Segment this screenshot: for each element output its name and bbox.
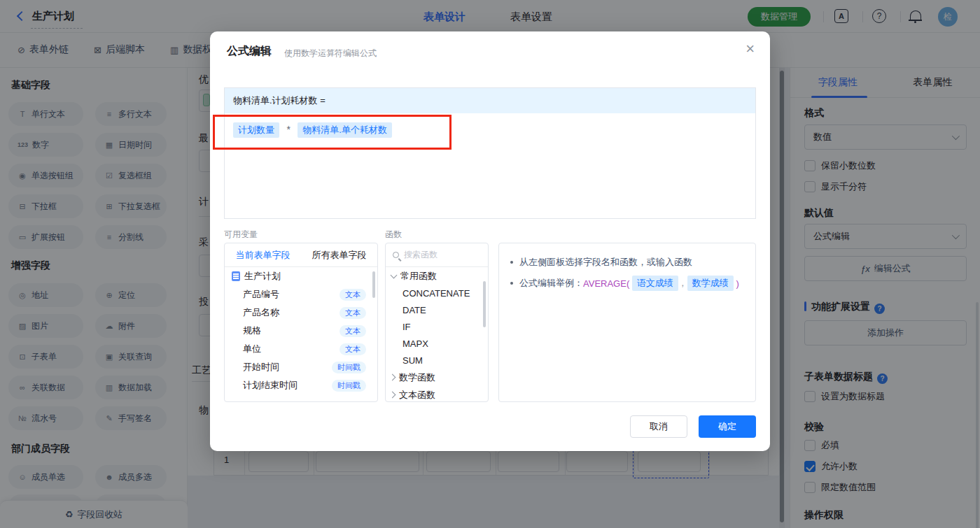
- formula-target: 物料清单.计划耗材数 =: [225, 88, 755, 113]
- form-doc-icon: [232, 271, 240, 281]
- functions-label: 函数: [385, 229, 402, 241]
- function-search[interactable]: 搜索函数: [386, 243, 488, 267]
- bullet-icon: [510, 282, 513, 285]
- type-badge: 时间戳: [332, 380, 366, 392]
- tree-root-form[interactable]: 生产计划: [225, 267, 377, 285]
- dialog-title: 公式编辑: [227, 44, 272, 59]
- type-badge: 文本: [340, 289, 366, 301]
- cancel-button[interactable]: 取消: [630, 415, 687, 438]
- variables-panel: 当前表单字段 所有表单字段 生产计划 产品编号文本 产品名称文本 规格文本 单位…: [224, 243, 378, 402]
- red-annotation-box: [213, 115, 451, 150]
- variables-label: 可用变量: [224, 229, 258, 241]
- function-item[interactable]: IF: [386, 318, 488, 335]
- scrollbar-thumb[interactable]: [483, 281, 486, 327]
- variables-tabs: 当前表单字段 所有表单字段: [225, 243, 377, 267]
- formula-editor-dialog: 公式编辑 使用数学运算符编辑公式 × 物料清单.计划耗材数 = 计划数量 * 物…: [210, 31, 770, 451]
- type-badge: 文本: [340, 343, 366, 355]
- help-panel: 从左侧面板选择字段名和函数，或输入函数 公式编辑举例： AVERAGE( 语文成…: [498, 243, 756, 402]
- variable-item[interactable]: 产品编号文本: [225, 285, 377, 304]
- type-badge: 时间戳: [332, 362, 366, 373]
- variable-item[interactable]: 产品名称文本: [225, 304, 377, 322]
- variable-item[interactable]: 开始时间时间戳: [225, 358, 377, 376]
- function-item[interactable]: CONCATENATE: [386, 285, 488, 301]
- close-icon[interactable]: ×: [746, 41, 755, 57]
- type-badge: 文本: [340, 307, 366, 319]
- tab-all-form-fields[interactable]: 所有表单字段: [301, 243, 377, 266]
- confirm-button[interactable]: 确定: [699, 415, 756, 438]
- scrollbar-thumb[interactable]: [372, 271, 375, 298]
- function-item[interactable]: DATE: [386, 301, 488, 318]
- bullet-icon: [510, 261, 513, 264]
- help-line-2: 公式编辑举例： AVERAGE( 语文成绩 ， 数学成绩 ): [510, 276, 739, 291]
- functions-panel: 搜索函数 常用函数 CONCATENATE DATE IF MAPX SUM 数…: [385, 243, 489, 402]
- variable-item[interactable]: 计划结束时间时间戳: [225, 376, 377, 394]
- type-badge: 文本: [340, 325, 366, 337]
- example-field-chip: 数学成绩: [687, 276, 734, 291]
- search-placeholder: 搜索函数: [404, 249, 438, 261]
- search-icon: [393, 252, 399, 258]
- dialog-subtitle: 使用数学运算符编辑公式: [284, 48, 377, 59]
- function-group-common[interactable]: 常用函数: [386, 267, 488, 285]
- tab-current-form-fields[interactable]: 当前表单字段: [225, 243, 301, 266]
- function-item[interactable]: MAPX: [386, 335, 488, 352]
- chevron-down-icon: [391, 271, 398, 278]
- chevron-right-icon: [389, 374, 396, 381]
- function-group-text[interactable]: 文本函数: [386, 386, 488, 402]
- variable-item[interactable]: 单位文本: [225, 340, 377, 358]
- example-field-chip: 语文成绩: [632, 276, 678, 291]
- help-line-1: 从左侧面板选择字段名和函数，或输入函数: [510, 256, 692, 269]
- formula-editor: 物料清单.计划耗材数 = 计划数量 * 物料清单.单个耗材数: [224, 87, 756, 219]
- function-group-math[interactable]: 数学函数: [386, 369, 488, 386]
- variable-item[interactable]: 规格文本: [225, 322, 377, 340]
- function-item[interactable]: SUM: [386, 352, 488, 369]
- app-window: 生产计划 表单设计 表单设置 数据管理 A ? 检 ⊘ 表单外链 ⊠ 后端脚本 …: [0, 0, 980, 528]
- chevron-right-icon: [389, 392, 396, 399]
